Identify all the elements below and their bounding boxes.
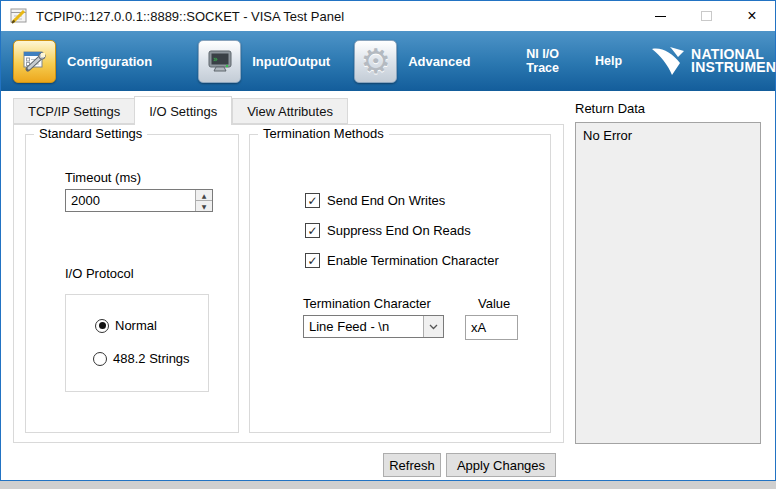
- input-output-button[interactable]: »: [198, 40, 241, 83]
- ni-brand-text: NATIONAL INSTRUMENTS™: [691, 48, 776, 74]
- return-data-box: No Error: [575, 122, 761, 444]
- gear-icon: ⚙: [360, 44, 390, 78]
- value-text: xA: [471, 320, 486, 335]
- advanced-label: Advanced: [408, 54, 470, 69]
- title-bar: TCPIP0::127.0.0.1::8889::SOCKET - VISA T…: [1, 1, 775, 31]
- spinner-down-button[interactable]: ▼: [196, 200, 212, 211]
- checkbox-label-suppress-end: Suppress End On Reads: [327, 223, 471, 238]
- close-button[interactable]: ×: [729, 1, 775, 31]
- toolbar-item-configuration[interactable]: Configuration: [13, 40, 152, 83]
- dropdown-button[interactable]: [423, 316, 443, 337]
- checkbox-label-enable-termchar: Enable Termination Character: [327, 253, 499, 268]
- configuration-icon: [21, 48, 48, 75]
- io-settings-panel: Standard Settings Timeout (ms) 2000 ▲ ▼ …: [13, 124, 564, 443]
- termination-character-label: Termination Character: [303, 296, 431, 311]
- return-data-content: No Error: [583, 128, 632, 143]
- input-output-icon: »: [206, 48, 234, 75]
- checkbox-checked-icon: [305, 223, 320, 238]
- checkbox-label-send-end: Send End On Writes: [327, 193, 445, 208]
- radio-normal[interactable]: Normal: [95, 318, 157, 333]
- standard-settings-group: Standard Settings Timeout (ms) 2000 ▲ ▼ …: [25, 134, 239, 433]
- return-data-label: Return Data: [575, 101, 645, 116]
- chevron-down-icon: [429, 324, 438, 330]
- radio-unselected-icon: [93, 352, 107, 366]
- toolbar: Configuration » Input/Output ⚙ Advanced …: [1, 31, 775, 91]
- checkbox-enable-termination-character[interactable]: Enable Termination Character: [305, 253, 499, 268]
- value-label: Value: [478, 296, 510, 311]
- window-controls: ×: [637, 1, 775, 31]
- window-title: TCPIP0::127.0.0.1::8889::SOCKET - VISA T…: [36, 9, 344, 24]
- refresh-button[interactable]: Refresh: [383, 453, 441, 477]
- advanced-button[interactable]: ⚙: [354, 40, 397, 83]
- apply-changes-button[interactable]: Apply Changes: [446, 453, 556, 477]
- client-area: TCP/IP Settings I/O Settings View Attrib…: [1, 91, 775, 480]
- checkbox-send-end-on-writes[interactable]: Send End On Writes: [305, 193, 445, 208]
- checkbox-suppress-end-on-reads[interactable]: Suppress End On Reads: [305, 223, 471, 238]
- help-link[interactable]: Help: [595, 54, 622, 68]
- tab-strip: TCP/IP Settings I/O Settings View Attrib…: [13, 98, 348, 124]
- io-protocol-label: I/O Protocol: [65, 266, 134, 281]
- tab-tcpip-settings[interactable]: TCP/IP Settings: [13, 98, 134, 124]
- checkbox-checked-icon: [305, 193, 320, 208]
- radio-normal-label: Normal: [115, 318, 157, 333]
- close-icon: ×: [747, 8, 756, 24]
- termination-methods-group: Termination Methods Send End On Writes S…: [249, 134, 551, 433]
- timeout-label: Timeout (ms): [65, 170, 141, 185]
- maximize-icon: [701, 11, 712, 21]
- radio-4882-label: 488.2 Strings: [113, 351, 190, 366]
- io-protocol-box: Normal 488.2 Strings: [65, 294, 209, 392]
- ni-logo: NATIONAL INSTRUMENTS™: [650, 45, 776, 77]
- ni-eagle-icon: [650, 45, 686, 77]
- ni-io-trace-link[interactable]: NI I/O Trace: [526, 47, 559, 75]
- termination-character-value: Line Feed - \n: [309, 319, 389, 334]
- svg-text:»: »: [213, 55, 218, 64]
- timeout-spinner: ▲ ▼: [195, 190, 212, 211]
- minimize-button[interactable]: [637, 1, 683, 31]
- maximize-button[interactable]: [683, 1, 729, 31]
- minimize-icon: [655, 16, 666, 17]
- configuration-label: Configuration: [67, 54, 152, 69]
- tab-io-settings[interactable]: I/O Settings: [134, 96, 232, 125]
- value-input[interactable]: xA: [465, 315, 518, 340]
- toolbar-item-input-output[interactable]: » Input/Output: [198, 40, 330, 83]
- configuration-button[interactable]: [13, 40, 56, 83]
- checkbox-checked-icon: [305, 253, 320, 268]
- spinner-up-button[interactable]: ▲: [196, 190, 212, 200]
- app-icon: [10, 7, 28, 25]
- timeout-input[interactable]: 2000 ▲ ▼: [65, 189, 213, 212]
- ni-brand-line2: INSTRUMENTS: [691, 59, 776, 75]
- tab-view-attributes[interactable]: View Attributes: [232, 98, 348, 124]
- termination-character-dropdown[interactable]: Line Feed - \n: [303, 315, 444, 338]
- termination-methods-title: Termination Methods: [258, 126, 389, 141]
- toolbar-item-advanced[interactable]: ⚙ Advanced: [354, 40, 470, 83]
- radio-selected-icon: [95, 319, 109, 333]
- input-output-label: Input/Output: [252, 54, 330, 69]
- radio-4882-strings[interactable]: 488.2 Strings: [93, 351, 190, 366]
- timeout-value: 2000: [71, 193, 100, 208]
- standard-settings-title: Standard Settings: [34, 126, 147, 141]
- visa-test-panel-window: TCPIP0::127.0.0.1::8889::SOCKET - VISA T…: [0, 0, 776, 481]
